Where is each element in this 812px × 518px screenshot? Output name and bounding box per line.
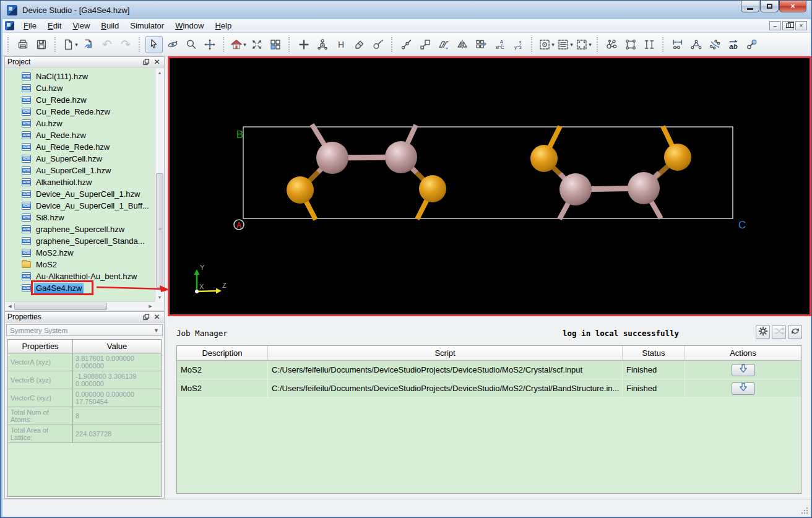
dropdown-caret-icon[interactable]: ▾ <box>75 41 78 48</box>
undo-button[interactable]: ↶ <box>98 36 116 53</box>
swap-axes-xz-button[interactable]: xyz <box>509 36 527 53</box>
eraser-button[interactable] <box>351 36 368 53</box>
tree-item-cu-hzw[interactable]: HZWCu.hzw <box>6 82 155 94</box>
mdi-minimize-button[interactable]: – <box>769 21 781 30</box>
close-button[interactable]: × <box>779 1 806 12</box>
tree-item-cu-rede-hzw[interactable]: HZWCu_Rede.hzw <box>6 94 155 106</box>
tree-vertical-scrollbar[interactable]: ▲ ▼ <box>155 68 163 301</box>
mdi-close-button[interactable]: × <box>795 21 807 30</box>
maximize-button[interactable] <box>760 1 779 12</box>
tree-item-cu-rede-rede-hzw[interactable]: HZWCu_Rede_Rede.hzw <box>6 106 155 118</box>
tree-item-device-au-supercell-1-hzw[interactable]: HZWDevice_Au_SuperCell_1.hzw <box>6 188 155 200</box>
home-view-button[interactable]: ▾ <box>230 36 247 53</box>
menu-help[interactable]: Help <box>209 20 237 32</box>
measure-dihedral-button[interactable] <box>706 36 723 53</box>
show-bonds-button[interactable] <box>603 36 621 53</box>
panel-float-button[interactable] <box>142 313 151 321</box>
symmetry-system-select[interactable]: Symmetry System ▼ <box>6 324 163 336</box>
bond-length-button[interactable] <box>743 36 761 53</box>
tree-item-mos2-hzw[interactable]: HZWMoS2.hzw <box>6 247 155 259</box>
zoom-view-button[interactable] <box>183 36 200 53</box>
structure-viewport[interactable]: B A C Y Z X <box>168 56 811 316</box>
title-bar[interactable]: Device Studio - [Ga4Se4.hzw] × <box>1 1 811 19</box>
mirror-button[interactable] <box>454 36 471 53</box>
rotate-view-button[interactable] <box>164 36 181 53</box>
edit-bond-button[interactable] <box>398 36 415 53</box>
lattice-style-button[interactable]: ▾ <box>575 36 592 53</box>
select-cursor-button[interactable] <box>145 36 163 53</box>
tile-view-button[interactable] <box>267 36 284 53</box>
measure-angle-button[interactable] <box>688 36 705 53</box>
cleave-surface-button[interactable] <box>435 36 452 53</box>
ga-atom[interactable] <box>628 172 660 204</box>
save-button[interactable] <box>33 36 50 53</box>
toolbar-handle[interactable] <box>223 37 226 52</box>
ga-atom[interactable] <box>316 142 348 174</box>
menu-simulator[interactable]: Simulator <box>124 20 170 32</box>
dropdown-caret-icon[interactable]: ▾ <box>570 41 573 48</box>
toolbar-handle[interactable] <box>7 37 11 52</box>
se-atom[interactable] <box>664 144 691 171</box>
toolbar-handle[interactable] <box>531 37 534 52</box>
job-settings-button[interactable] <box>756 325 770 339</box>
show-cell-edges-button[interactable] <box>641 36 658 53</box>
toolbar-handle[interactable] <box>597 37 600 52</box>
molecule[interactable] <box>287 124 691 220</box>
tree-item-au-rede-rede-hzw[interactable]: HZWAu_Rede_Rede.hzw <box>6 141 155 153</box>
tree-item-alkanethiol-hzw[interactable]: HZWAlkanethiol.hzw <box>6 176 155 188</box>
scroll-down-icon[interactable]: ▼ <box>155 293 164 301</box>
menu-window[interactable]: Window <box>170 20 209 32</box>
scroll-right-icon[interactable]: ▶ <box>146 302 155 311</box>
toolbar-handle[interactable] <box>54 37 58 52</box>
scrollbar-thumb[interactable] <box>156 173 163 288</box>
dropdown-caret-icon[interactable]: ▾ <box>243 41 246 48</box>
scroll-left-icon[interactable]: ◀ <box>6 302 14 311</box>
job-transfer-button[interactable] <box>772 325 786 339</box>
se-atom[interactable] <box>530 145 558 172</box>
minimize-button[interactable] <box>741 1 759 12</box>
tree-item-si8-hzw[interactable]: HZWSi8.hzw <box>6 212 155 223</box>
align-style-button[interactable]: ▾ <box>556 36 574 53</box>
import-export-button[interactable] <box>80 36 97 53</box>
se-atom[interactable] <box>419 175 446 202</box>
scroll-up-icon[interactable]: ▲ <box>155 68 164 77</box>
job-refresh-button[interactable] <box>788 325 802 339</box>
panel-float-button[interactable] <box>142 58 151 66</box>
mdi-restore-button[interactable] <box>782 21 794 30</box>
draw-bond-button[interactable] <box>369 36 387 53</box>
show-cell-atoms-button[interactable] <box>622 36 639 53</box>
tree-item-graphene-supercell-hzw[interactable]: HZWgraphene_Supercell.hzw <box>6 223 155 235</box>
add-hydrogen-button[interactable]: H <box>332 36 350 53</box>
menu-edit[interactable]: Edit <box>42 20 67 32</box>
redo-button[interactable]: ↷ <box>117 36 134 53</box>
vector-ab-button[interactable]: ab <box>725 36 742 53</box>
dropdown-caret-icon[interactable]: ▾ <box>589 41 592 48</box>
swap-lattice-ac-button[interactable]: ABC <box>491 36 508 53</box>
extend-cell-button[interactable] <box>417 36 434 53</box>
fit-view-button[interactable] <box>248 36 266 53</box>
resize-grip[interactable] <box>801 507 808 514</box>
tree-item-au-supercell-1-hzw[interactable]: HZWAu_SuperCell_1.hzw <box>6 165 155 176</box>
add-fragment-button[interactable] <box>314 36 331 53</box>
tree-item-device-au-supercell-1-buff-[interactable]: HZWDevice_Au_SuperCell_1_Buff... <box>6 200 155 212</box>
add-atom-button[interactable] <box>295 36 313 53</box>
pan-view-button[interactable] <box>201 36 218 53</box>
se-atom[interactable] <box>287 176 314 204</box>
panel-close-button[interactable]: ✕ <box>152 313 162 321</box>
toolbar-handle[interactable] <box>139 37 142 52</box>
tree-item-ga4se4-hzw[interactable]: HZWGa4Se4.hzw <box>6 282 155 294</box>
tree-item-au-rede-hzw[interactable]: HZWAu_Rede.hzw <box>6 129 155 141</box>
toolbar-handle[interactable] <box>662 37 665 52</box>
tree-horizontal-scrollbar[interactable]: ◀ ▶ <box>6 301 155 310</box>
ga-atom[interactable] <box>385 141 417 173</box>
select-style-button[interactable]: ▾ <box>538 36 555 53</box>
printer-button[interactable] <box>14 36 32 53</box>
tree-item-au-supercell-hzw[interactable]: HZWAu_SuperCell.hzw <box>6 153 155 165</box>
panel-close-button[interactable]: ✕ <box>152 58 162 66</box>
download-result-button[interactable] <box>732 364 755 376</box>
menu-view[interactable]: View <box>67 20 95 32</box>
tree-item-nacl-111-hzw[interactable]: HZWNaCl(111).hzw <box>6 71 155 82</box>
dropdown-caret-icon[interactable]: ▾ <box>551 41 555 48</box>
ga-atom[interactable] <box>559 173 592 205</box>
scrollbar-thumb[interactable] <box>14 303 107 310</box>
